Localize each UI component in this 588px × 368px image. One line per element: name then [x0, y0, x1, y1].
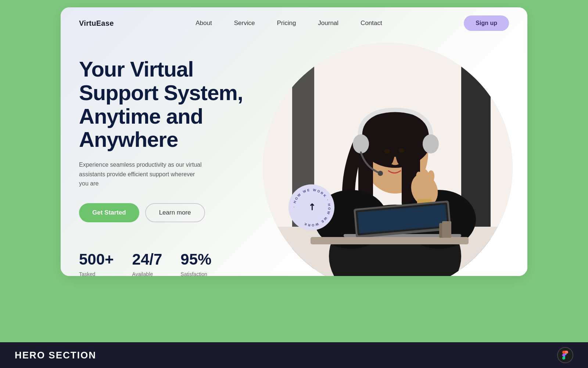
bottom-bar: HERO SECTION [0, 342, 588, 368]
badge-inner: · HOW WE WORK · HOW WE WORK ↗ [290, 185, 334, 230]
nav-link-pricing[interactable]: Pricing [277, 20, 296, 27]
hero-subtitle: Experience seamless productivity as our … [79, 160, 204, 188]
how-we-work-badge[interactable]: · HOW WE WORK · HOW WE WORK ↗ [288, 184, 334, 230]
stats-row: 500+ TaskedManaged Daily 24/7 AvailableP… [79, 252, 277, 276]
svg-point-14 [423, 134, 439, 153]
hero-title: Your Virtual Support System, Anytime and… [79, 57, 277, 151]
svg-point-11 [384, 149, 390, 153]
outer-background: VirtuEase About Service Pricing Journal … [0, 0, 588, 368]
stat-number-tasks: 500+ [79, 252, 114, 267]
svg-rect-29 [442, 221, 451, 238]
logo: VirtuEase [79, 19, 114, 28]
button-row: Get Started Learn more [79, 203, 277, 222]
learn-more-button[interactable]: Learn more [145, 203, 205, 222]
stat-number-satisfaction: 95% [180, 252, 211, 267]
navbar: VirtuEase About Service Pricing Journal … [61, 7, 527, 39]
stat-number-availability: 24/7 [132, 252, 162, 267]
hero-section: Your Virtual Support System, Anytime and… [61, 39, 527, 276]
hero-right: · HOW WE WORK · HOW WE WORK ↗ [277, 50, 509, 276]
nav-link-journal[interactable]: Journal [318, 20, 338, 27]
stat-label-tasks: TaskedManaged Daily [79, 271, 114, 276]
bottom-bar-label: HERO SECTION [15, 350, 96, 361]
svg-point-15 [378, 171, 383, 176]
nav-link-contact[interactable]: Contact [361, 20, 382, 27]
nav-link-service[interactable]: Service [234, 20, 255, 27]
figma-svg [561, 351, 570, 360]
stat-availability: 24/7 AvailablePersonals [132, 252, 162, 276]
stat-satisfaction: 95% SatisfactionRate [180, 252, 211, 276]
nav-links: About Service Pricing Journal Contact [196, 20, 382, 27]
nav-link-about[interactable]: About [196, 20, 212, 27]
hero-left: Your Virtual Support System, Anytime and… [79, 50, 277, 276]
main-card: VirtuEase About Service Pricing Journal … [61, 7, 527, 276]
hero-image-circle [255, 35, 520, 276]
svg-point-13 [353, 134, 369, 153]
svg-point-12 [399, 148, 405, 153]
get-started-button[interactable]: Get Started [79, 203, 139, 222]
svg-rect-27 [311, 237, 469, 244]
signup-button[interactable]: Sign up [464, 15, 509, 31]
stat-label-satisfaction: SatisfactionRate [180, 271, 211, 276]
figma-icon [557, 347, 573, 363]
stat-label-availability: AvailablePersonals [132, 271, 162, 276]
stat-tasks: 500+ TaskedManaged Daily [79, 252, 114, 276]
